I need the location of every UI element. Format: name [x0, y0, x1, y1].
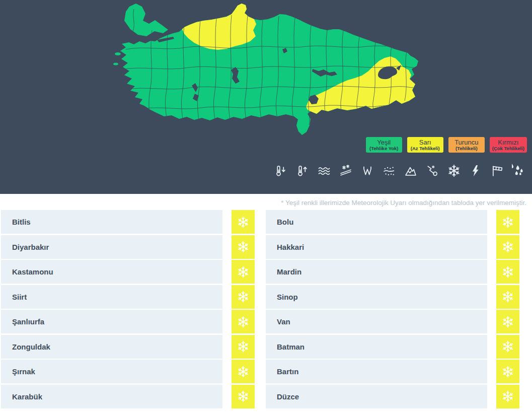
province-name: Zonguldak: [1, 335, 222, 359]
legend-label: Turuncu: [454, 139, 478, 146]
snow-warning-cell[interactable]: [496, 235, 519, 259]
legend-sublabel: (Az Tehlikeli): [411, 146, 440, 151]
snow-warning-cell[interactable]: [496, 260, 519, 284]
province-name: Diyarbakır: [1, 235, 222, 259]
legend-label: Kırmızı: [498, 139, 518, 146]
temp-rise-icon: [295, 164, 310, 178]
snow-icon: [501, 240, 514, 253]
province-name: Hakkari: [266, 235, 487, 259]
table-row: Batman: [266, 335, 519, 359]
legend-sublabel: (Tehlikeli): [455, 146, 478, 151]
table-row: Karabük: [1, 385, 255, 408]
snow-icon: [237, 290, 250, 303]
province-name: Sinop: [266, 285, 487, 309]
table-row: Zonguldak: [1, 335, 255, 359]
snow-warning-cell[interactable]: [496, 285, 519, 309]
table-row: Hakkari: [266, 235, 519, 259]
table-row: Van: [266, 310, 519, 333]
table-row: Diyarbakır: [1, 235, 255, 259]
legend-item-yesil: Yeşil (Tehlike Yok): [366, 137, 402, 153]
table-row: Bitlis: [1, 210, 255, 234]
province-name: Kastamonu: [1, 260, 222, 284]
snow-icon: [501, 340, 514, 353]
snow-icon: [237, 365, 250, 378]
snow-warning-cell[interactable]: [232, 235, 255, 259]
snow-icon: [237, 315, 250, 328]
temp-drop-icon: [274, 164, 288, 178]
snow-icon: [501, 290, 514, 303]
snow-warning-cell[interactable]: [496, 310, 519, 333]
province-name: Van: [266, 310, 487, 333]
snow-icon: [237, 265, 250, 279]
snow-icon: [237, 340, 250, 353]
high-waves-icon: [317, 164, 331, 178]
legend-item-kirmizi: Kırmızı (Çok Tehlikeli): [490, 137, 527, 153]
snow-icon: [237, 240, 250, 253]
province-warning-table: BitlisDiyarbakırKastamonuSiirtŞanlıurfaZ…: [1, 210, 519, 408]
snow-icon: [237, 390, 250, 403]
snow-icon: [237, 216, 250, 229]
snow-warning-cell[interactable]: [232, 385, 255, 408]
province-name: Bartın: [266, 360, 487, 383]
icing-icon: [339, 164, 353, 178]
table-row: Şanlıurfa: [1, 310, 255, 333]
warning-type-icons: [274, 164, 526, 178]
avalanche-icon: [404, 164, 418, 178]
snow-icon: [501, 315, 514, 328]
province-name: Bolu: [266, 210, 487, 234]
snow-warning-cell[interactable]: [232, 310, 255, 333]
legend-item-sari: Sarı (Az Tehlikeli): [407, 137, 443, 153]
lightning-icon: [469, 164, 483, 178]
table-row: Siirt: [1, 285, 255, 309]
province-name: Şanlıurfa: [1, 310, 222, 333]
snow-warning-cell[interactable]: [232, 360, 255, 383]
legend-label: Yeşil: [377, 139, 391, 146]
table-row: Sinop: [266, 285, 519, 309]
legend-sublabel: (Çok Tehlikeli): [492, 146, 524, 151]
rockfall-icon: [425, 164, 439, 178]
province-name: Bitlis: [1, 210, 222, 234]
green-provinces-note: * Yeşil renkli illerimizde Meteorolojik …: [0, 199, 526, 207]
table-row: Mardin: [266, 260, 519, 284]
province-name: Mardin: [266, 260, 487, 284]
snow-warning-cell[interactable]: [496, 210, 519, 234]
heavy-rain-icon: [512, 164, 526, 178]
legend-sublabel: (Tehlike Yok): [369, 146, 399, 151]
snow-icon: [501, 365, 514, 378]
province-name: Karabük: [1, 385, 222, 408]
snow-icon: [501, 265, 514, 279]
province-name: Düzce: [266, 385, 487, 408]
table-row: Kastamonu: [1, 260, 255, 284]
strong-wind-icon: [490, 164, 504, 178]
snow-warning-cell[interactable]: [232, 260, 255, 284]
blowing-snow-icon: [382, 164, 396, 178]
table-column-right: BoluHakkariMardinSinopVanBatmanBartınDüz…: [266, 210, 519, 408]
snow-warning-cell[interactable]: [232, 335, 255, 359]
table-row: Şırnak: [1, 360, 255, 383]
province-name: Şırnak: [1, 360, 222, 383]
province-name: Siirt: [1, 285, 222, 309]
table-row: Düzce: [266, 385, 519, 408]
map-section: Yeşil (Tehlike Yok) Sarı (Az Tehlikeli) …: [0, 0, 532, 194]
snow-warning-cell[interactable]: [496, 335, 519, 359]
snow-warning-cell[interactable]: [232, 210, 255, 234]
snow-icon: [447, 164, 461, 178]
snow-icon: [501, 216, 514, 229]
snow-warning-cell[interactable]: [496, 360, 519, 383]
frost-icon: [360, 164, 374, 178]
legend-item-turuncu: Turuncu (Tehlikeli): [448, 137, 485, 153]
table-column-left: BitlisDiyarbakırKastamonuSiirtŞanlıurfaZ…: [1, 210, 255, 408]
table-row: Bolu: [266, 210, 519, 234]
snow-icon: [501, 390, 514, 403]
legend-label: Sarı: [419, 139, 431, 146]
province-name: Batman: [266, 335, 487, 359]
severity-legend: Yeşil (Tehlike Yok) Sarı (Az Tehlikeli) …: [366, 137, 527, 153]
snow-warning-cell[interactable]: [496, 385, 519, 408]
table-row: Bartın: [266, 360, 519, 383]
snow-warning-cell[interactable]: [232, 285, 255, 309]
